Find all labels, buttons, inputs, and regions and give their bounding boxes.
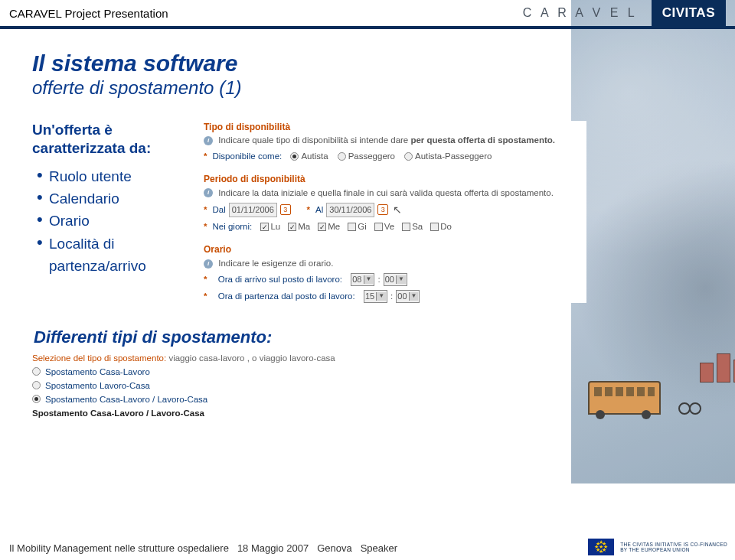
list-item: Orario [32,210,194,232]
day-me[interactable]: Me [318,221,340,233]
radio-passeggero[interactable]: Passeggero [338,151,395,163]
slide-header: CARAVEL Project Presentation C A R A V E… [0,0,735,29]
slide-title: Il sistema software offerte di spostamen… [32,50,703,98]
slide-footer: Il Mobility Management nelle strutture o… [0,536,735,560]
footer-text-3: Genova [317,542,352,554]
offer-description: Un'offerta è caratterizzata da: Ruolo ut… [32,121,194,314]
radio-autista[interactable]: Autista [290,151,328,163]
day-gi[interactable]: Gi [348,221,367,233]
al-field[interactable]: 30/11/2006 [326,203,374,217]
cursor-icon: ↖ [393,203,402,217]
info-icon: i [204,259,213,269]
footer-text-1: Il Mobility Management nelle strutture o… [9,542,229,554]
dal-field[interactable]: 01/11/2006 [229,203,277,217]
info-icon: i [204,136,213,145]
list-item: Ruolo utente [32,165,194,187]
selection-final: Spostamento Casa-Lavoro / Lavoro-Casa [32,409,384,418]
footer-text-2: 18 Maggio 2007 [237,542,309,554]
selection-panel: Selezione del tipo di spostamento: viagg… [32,353,384,418]
radio-lavoro-casa[interactable]: Spostamento Lavoro-Casa [32,381,384,390]
header-title: CARAVEL Project Presentation [9,7,168,20]
day-do[interactable]: Do [430,221,452,233]
form-screenshot: Tipo di disponibilità i Indicare quale t… [204,121,586,303]
info-icon: i [204,188,213,197]
orario-title: Orario [204,243,586,256]
calendar-icon[interactable]: 3 [377,204,388,215]
list-item: Calendario [32,187,194,210]
eu-flag-icon [588,539,614,555]
offer-lead: Un'offerta è caratterizzata da: [32,121,194,158]
disponibile-label: Disponibile come: [212,151,282,163]
arrivo-min[interactable]: 00▼ [384,273,407,286]
day-sa[interactable]: Sa [402,221,423,233]
radio-both[interactable]: Spostamento Casa-Lavoro / Lavoro-Casa [32,395,384,404]
partenza-hour[interactable]: 15▼ [364,290,387,303]
offer-list: Ruolo utente Calendario Orario Località … [32,165,194,278]
header-logos: C A R A V E L CIVITAS [523,0,726,28]
calendar-icon[interactable]: 3 [280,204,291,215]
day-ma[interactable]: Ma [288,221,310,233]
list-item: Località di partenza/arrivo [32,233,194,278]
radio-casa-lavoro[interactable]: Spostamento Casa-Lavoro [32,367,384,376]
partenza-min[interactable]: 00▼ [396,290,420,303]
tipo-title: Tipo di disponibilità [204,121,586,133]
civitas-logo: CIVITAS [652,0,726,28]
day-ve[interactable]: Ve [374,221,394,233]
slide-subtitle: offerte di spostamento (1) [32,77,703,99]
radio-autista-passeggero[interactable]: Autista-Passeggero [404,151,492,163]
periodo-title: Periodo di disponibilità [204,173,586,185]
footer-text-4: Speaker [361,542,397,554]
eu-credit: THE CIVITAS INITIATIVE IS CO-FINANCEDBY … [620,542,727,552]
caravel-logo: C A R A V E L [523,6,638,20]
lower-title: Differenti tipi di spostamento: [34,327,703,347]
day-lu[interactable]: Lu [260,221,280,233]
arrivo-hour[interactable]: 08▼ [351,273,374,286]
